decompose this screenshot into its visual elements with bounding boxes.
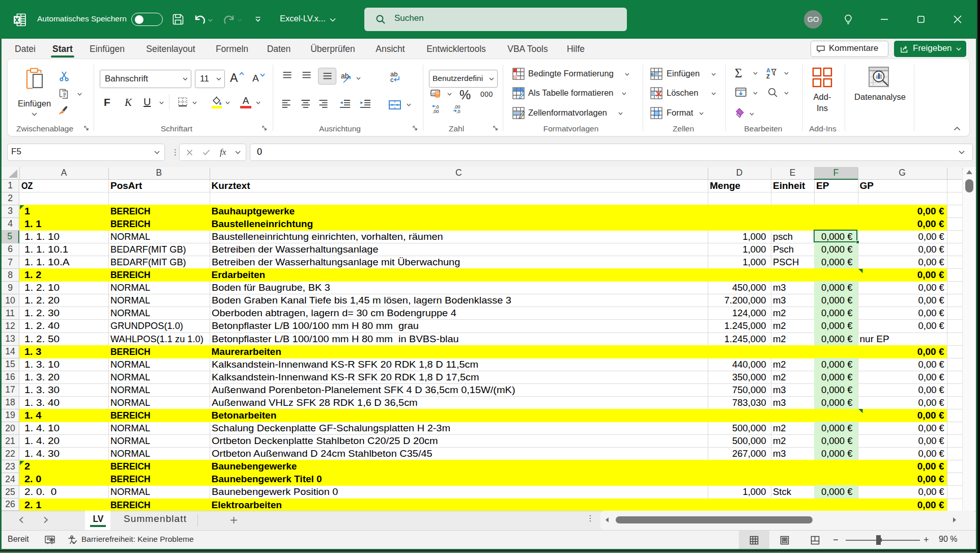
svg-text:A: A [766,67,770,73]
svg-text:,00: ,00 [433,109,439,114]
svg-text:,0: ,0 [456,109,460,114]
svg-text:c: c [390,76,394,83]
svg-text:Z: Z [766,73,770,79]
